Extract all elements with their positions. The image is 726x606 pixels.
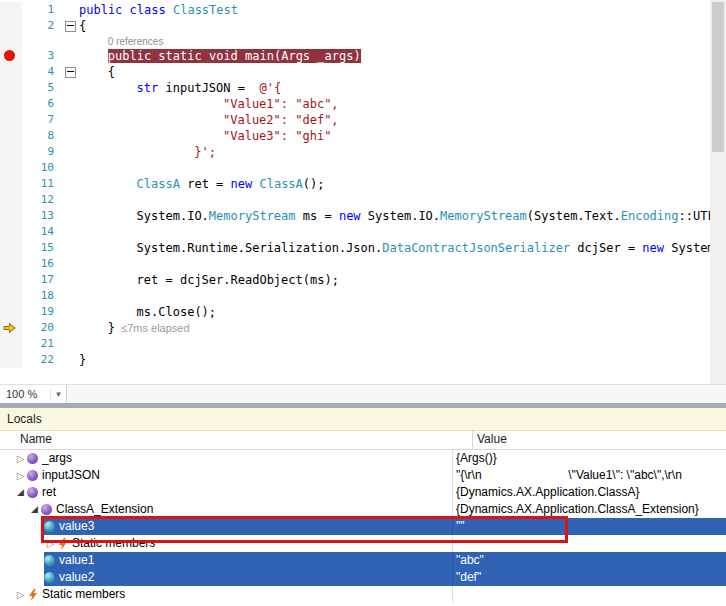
code-text-cell[interactable]: public static void main(Args _args) [79, 48, 710, 64]
chevron-down-icon[interactable]: ▾ [50, 389, 66, 399]
code-text-cell[interactable]: ClassA ret = new ClassA(); [79, 176, 710, 192]
code-line[interactable]: 7"Value2": "def", [0, 112, 710, 128]
code-text-cell[interactable]: "Value2": "def", [79, 112, 710, 128]
code-text-cell[interactable]: System.Runtime.Serialization.Json.DataCo… [79, 240, 710, 256]
expand-arrow-icon[interactable]: ▷ [44, 535, 57, 552]
code-line[interactable]: 17ret = dcjSer.ReadObject(ms); [0, 272, 710, 288]
code-text-cell[interactable] [79, 160, 710, 176]
code-text-cell[interactable]: } [79, 352, 710, 368]
locals-row[interactable]: value3"" [0, 518, 726, 535]
code-line[interactable]: 6"Value1": "abc", [0, 96, 710, 112]
breakpoint-margin[interactable] [0, 64, 22, 80]
locals-row[interactable]: ▷Static members [0, 535, 726, 552]
code-lines[interactable]: 1public class ClassTest2{0 references3pu… [0, 0, 710, 387]
column-divider[interactable] [452, 450, 453, 603]
editor-vertical-scrollbar[interactable] [710, 0, 726, 385]
code-segment: (System.Text. [527, 209, 621, 223]
editor-zoom-control[interactable]: 100 % ▾ [0, 385, 67, 403]
code-line[interactable]: 8"Value3": "ghi" [0, 128, 710, 144]
code-line[interactable]: 12 [0, 192, 710, 208]
code-line[interactable]: 13System.IO.MemoryStream ms = new System… [0, 208, 710, 224]
breakpoint-margin[interactable] [0, 240, 22, 256]
breakpoint-margin[interactable] [0, 176, 22, 192]
breakpoint-margin[interactable] [0, 272, 22, 288]
code-text-cell[interactable] [79, 336, 710, 352]
locals-row[interactable]: ▷inputJSON"{\r\n \"Value1\": \"abc\",\r\… [0, 467, 726, 484]
locals-row[interactable]: ▷_args{Args()} [0, 450, 726, 467]
code-segment: DataContractJsonSerializer [382, 241, 570, 255]
code-line[interactable]: 14 [0, 224, 710, 240]
breakpoint-margin[interactable] [0, 192, 22, 208]
scrollbar-thumb[interactable] [712, 2, 724, 152]
column-header-value[interactable]: Value [473, 431, 726, 449]
code-line[interactable]: 1public class ClassTest [0, 2, 710, 18]
breakpoint-margin[interactable] [0, 224, 22, 240]
fold-collapse-toggle-icon[interactable] [65, 21, 76, 32]
code-line[interactable]: 19ms.Close(); [0, 304, 710, 320]
code-line[interactable]: 10 [0, 160, 710, 176]
breakpoint-margin[interactable] [0, 160, 22, 176]
expand-arrow-icon[interactable]: ▷ [14, 467, 27, 484]
code-text-cell[interactable] [79, 192, 710, 208]
code-line[interactable]: 20} ≤7ms elapsed [0, 320, 710, 336]
breakpoint-margin[interactable] [0, 80, 22, 96]
breakpoint-margin[interactable] [0, 304, 22, 320]
editor-horizontal-scrollbar[interactable] [67, 385, 726, 403]
code-line[interactable]: 5str inputJSON = @'{ [0, 80, 710, 96]
fold-collapse-toggle-icon[interactable] [65, 67, 76, 78]
code-text-cell[interactable]: }'; [79, 144, 710, 160]
breakpoint-margin[interactable] [0, 336, 22, 352]
code-line[interactable]: 16 [0, 256, 710, 272]
breakpoint-margin[interactable] [0, 2, 22, 18]
breakpoint-margin[interactable] [0, 34, 22, 48]
breakpoint-margin[interactable] [0, 112, 22, 128]
column-header-name[interactable]: Name [0, 431, 473, 449]
breakpoint-margin[interactable] [0, 48, 22, 64]
codelens-annotation-row[interactable]: 0 references [0, 34, 710, 48]
code-text-cell[interactable] [79, 288, 710, 304]
code-text-cell[interactable]: ret = dcjSer.ReadObject(ms); [79, 272, 710, 288]
code-text-cell[interactable]: public class ClassTest [79, 2, 710, 18]
locals-row[interactable]: ◢ClassA_Extension{Dynamics.AX.Applicatio… [0, 501, 726, 518]
code-text-cell[interactable]: ms.Close(); [79, 304, 710, 320]
code-text-cell[interactable]: str inputJSON = @'{ [79, 80, 710, 96]
code-line[interactable]: 18 [0, 288, 710, 304]
code-text-cell[interactable]: System.IO.MemoryStream ms = new System.I… [79, 208, 710, 224]
breakpoint-icon[interactable] [4, 50, 15, 61]
code-line[interactable]: 2{ [0, 18, 710, 34]
code-line[interactable]: 11ClassA ret = new ClassA(); [0, 176, 710, 192]
breakpoint-margin[interactable] [0, 352, 22, 368]
codelens-text-cell[interactable]: 0 references [79, 34, 710, 48]
locals-row[interactable]: ◢ret{Dynamics.AX.Application.ClassA} [0, 484, 726, 501]
code-line[interactable]: 4{ [0, 64, 710, 80]
locals-name-cell: ◢ClassA_Extension [0, 501, 452, 518]
code-text-cell[interactable]: } ≤7ms elapsed [79, 320, 710, 336]
breakpoint-margin[interactable] [0, 18, 22, 34]
code-text-cell[interactable] [79, 256, 710, 272]
breakpoint-margin[interactable] [0, 96, 22, 112]
code-line[interactable]: 3public static void main(Args _args) [0, 48, 710, 64]
code-line[interactable]: 21 [0, 336, 710, 352]
code-line[interactable]: 15System.Runtime.Serialization.Json.Data… [0, 240, 710, 256]
code-text-cell[interactable]: "Value3": "ghi" [79, 128, 710, 144]
code-line[interactable]: 22} [0, 352, 710, 368]
breakpoint-margin[interactable] [0, 256, 22, 272]
breakpoint-margin[interactable] [0, 128, 22, 144]
locals-row[interactable]: value1"abc" [0, 552, 726, 569]
code-text-cell[interactable]: { [79, 18, 710, 34]
collapse-arrow-icon[interactable]: ◢ [28, 501, 41, 518]
codelens-references-link[interactable]: 0 references [108, 36, 164, 47]
code-text-cell[interactable]: "Value1": "abc", [79, 96, 710, 112]
breakpoint-margin[interactable] [0, 144, 22, 160]
breakpoint-margin[interactable] [0, 288, 22, 304]
locals-row[interactable]: value2"def" [0, 569, 726, 586]
expand-arrow-icon[interactable]: ▷ [14, 586, 27, 603]
collapse-arrow-icon[interactable]: ◢ [14, 484, 27, 501]
breakpoint-margin[interactable] [0, 208, 22, 224]
code-text-cell[interactable]: { [79, 64, 710, 80]
breakpoint-margin[interactable] [0, 320, 22, 336]
locals-row[interactable]: ▷Static members [0, 586, 726, 603]
code-text-cell[interactable] [79, 224, 710, 240]
code-line[interactable]: 9}'; [0, 144, 710, 160]
expand-arrow-icon[interactable]: ▷ [14, 450, 27, 467]
